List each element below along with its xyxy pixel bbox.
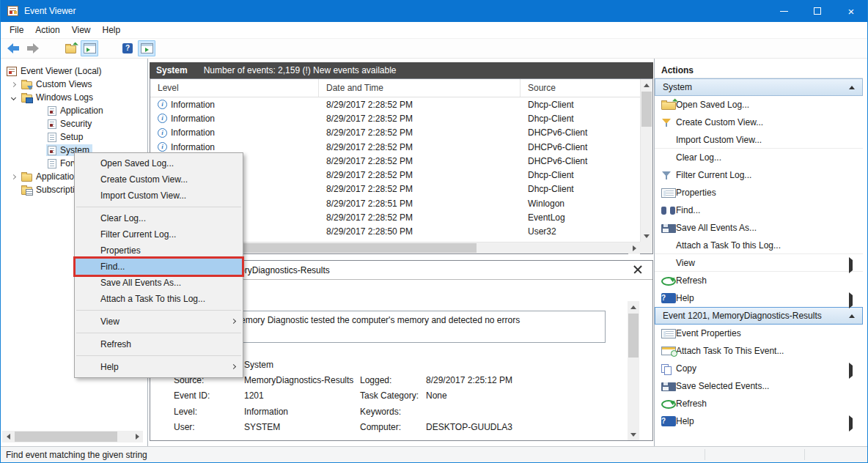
field-row: Event ID: 1201 Task Category: None	[174, 388, 606, 404]
back-button[interactable]	[4, 40, 22, 56]
event-date-time: 8/29/2017 2:28:52 PM	[326, 156, 413, 166]
toolbar	[1, 39, 867, 59]
scroll-up-icon[interactable]	[641, 79, 652, 91]
action-item[interactable]: View	[655, 254, 863, 272]
scroll-right-icon[interactable]	[131, 431, 143, 442]
action-item[interactable]: Save All Events As...	[655, 219, 863, 237]
action-item[interactable]: Help	[655, 412, 863, 430]
collapse-icon[interactable]	[849, 86, 855, 89]
action-item[interactable]: Event Properties	[655, 325, 863, 342]
tree-item[interactable]: Event Viewer (Local)	[1, 64, 147, 78]
context-menu-item[interactable]	[75, 352, 243, 359]
scrollbar-thumb[interactable]	[15, 431, 117, 442]
submenu-arrow-icon	[232, 319, 235, 323]
tree-expander[interactable]	[7, 96, 20, 100]
maximize-button[interactable]	[801, 0, 834, 22]
action-label: Import Custom View...	[676, 135, 762, 145]
close-button[interactable]: ×	[834, 0, 868, 22]
event-date-time: 8/29/2017 2:28:52 PM	[326, 127, 413, 138]
column-header-source[interactable]: Source	[521, 79, 640, 97]
scroll-left-icon[interactable]	[2, 431, 14, 442]
show-hide-console-tree-button[interactable]	[81, 40, 98, 56]
context-menu-item[interactable]	[75, 307, 243, 314]
action-item[interactable]: Clear Log...	[655, 149, 863, 166]
tree-item-label: Application	[60, 105, 103, 116]
context-menu-item[interactable]	[75, 330, 243, 336]
tree-item[interactable]: Setup	[1, 130, 147, 144]
toolbar-button[interactable]	[43, 40, 60, 56]
tree-item-icon	[48, 146, 56, 155]
column-header-date-time[interactable]: Date and Time	[319, 79, 521, 97]
tree-item-icon	[48, 106, 56, 116]
details-close-button[interactable]	[633, 265, 644, 275]
menubar-item[interactable]: View	[66, 23, 97, 37]
tree-item[interactable]: Security	[1, 117, 147, 130]
tree-horizontal-scrollbar[interactable]	[2, 431, 143, 442]
minimize-button[interactable]	[767, 0, 801, 22]
context-menu-item[interactable]: Filter Current Log...	[75, 226, 243, 242]
action-label: Open Saved Log...	[676, 100, 749, 110]
event-viewer-window: Event Viewer × File Action View Help	[0, 0, 868, 463]
action-item[interactable]: Copy	[655, 360, 863, 377]
menubar-item[interactable]: Action	[29, 23, 65, 37]
help-button[interactable]	[119, 40, 136, 56]
scrollbar-thumb[interactable]	[641, 92, 652, 127]
scroll-down-icon[interactable]	[641, 230, 652, 242]
action-item[interactable]: Refresh	[655, 272, 863, 289]
tree-item-label: Windows Logs	[36, 92, 93, 103]
menubar-item[interactable]: Help	[97, 23, 127, 37]
context-menu-item[interactable]: Refresh	[75, 336, 243, 352]
event-row[interactable]: Information 8/29/2017 2:28:52 PM Dhcp-Cl…	[150, 111, 640, 125]
tree-item-icon	[48, 133, 56, 142]
event-date-time: 8/29/2017 2:28:52 PM	[326, 142, 413, 152]
context-menu-item[interactable]: Attach a Task To this Log...	[75, 291, 243, 307]
action-item[interactable]: Save Selected Events...	[655, 377, 863, 395]
tree-item[interactable]: Windows Logs	[1, 91, 147, 104]
table-vertical-scrollbar[interactable]	[640, 79, 652, 242]
action-item[interactable]: Import Custom View...	[655, 131, 863, 149]
context-menu-item[interactable]: Help	[75, 359, 243, 375]
tree-item[interactable]: Application	[1, 104, 147, 117]
context-menu-item[interactable]: Clear Log...	[75, 210, 243, 226]
scroll-down-icon[interactable]	[628, 429, 639, 440]
collapse-icon[interactable]	[849, 314, 855, 318]
action-item[interactable]: Attach a Task To this Log...	[655, 237, 863, 254]
details-vertical-scrollbar[interactable]	[628, 301, 639, 440]
action-item[interactable]: Attach Task To This Event...	[655, 342, 863, 360]
field-row: Level: Information Keywords:	[174, 404, 606, 419]
actions-section-system[interactable]: System	[655, 78, 863, 96]
context-menu-item[interactable]: Save All Events As...	[75, 275, 243, 291]
show-hide-action-pane-button[interactable]	[138, 40, 155, 56]
action-item[interactable]: Find...	[655, 201, 863, 219]
scrollbar-thumb[interactable]	[628, 314, 639, 358]
toolbar-button[interactable]	[100, 40, 117, 56]
actions-section-event[interactable]: Event 1201, MemoryDiagnostics-Results	[655, 307, 863, 325]
tree-item-label: Security	[60, 119, 92, 129]
context-menu-item[interactable]	[75, 204, 243, 210]
submenu-arrow-icon	[849, 366, 853, 376]
action-item[interactable]: Help	[655, 289, 863, 307]
toolbar-icon	[7, 43, 20, 53]
context-menu-item[interactable]: Create Custom View...	[75, 171, 243, 188]
scroll-up-icon[interactable]	[628, 301, 639, 313]
action-item[interactable]: Create Custom View...	[655, 114, 863, 131]
column-header-level[interactable]: Level	[150, 79, 319, 97]
action-item[interactable]: Refresh	[655, 395, 863, 412]
menubar-item[interactable]: File	[4, 23, 29, 37]
action-label: Help	[676, 293, 694, 303]
context-menu-item[interactable]: Import Custom View...	[75, 188, 243, 204]
open-saved-log-button[interactable]	[62, 40, 79, 56]
action-item[interactable]: Properties	[655, 184, 863, 201]
action-item[interactable]: Open Saved Log...	[655, 96, 863, 114]
tree-item[interactable]: Custom Views	[1, 78, 147, 91]
context-menu-item[interactable]: Open Saved Log...	[75, 155, 243, 171]
scroll-right-icon[interactable]	[628, 242, 640, 254]
tree-expander[interactable]	[7, 83, 20, 86]
forward-button[interactable]	[23, 40, 41, 56]
action-item[interactable]: Filter Current Log...	[655, 166, 863, 184]
tree-expander[interactable]	[7, 175, 20, 179]
tree-item-icon	[48, 119, 56, 129]
context-menu-item[interactable]: View	[75, 314, 243, 330]
event-row[interactable]: Information 8/29/2017 2:28:52 PM Dhcp-Cl…	[150, 97, 640, 111]
event-row[interactable]: Information 8/29/2017 2:28:52 PM DHCPv6-…	[150, 126, 640, 140]
